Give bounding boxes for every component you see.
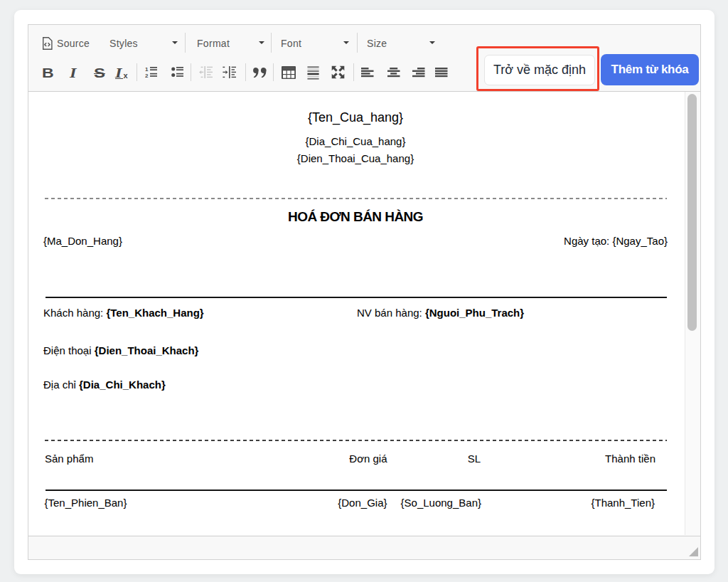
svg-text:1: 1 — [145, 66, 149, 73]
svg-text:2: 2 — [145, 73, 149, 78]
